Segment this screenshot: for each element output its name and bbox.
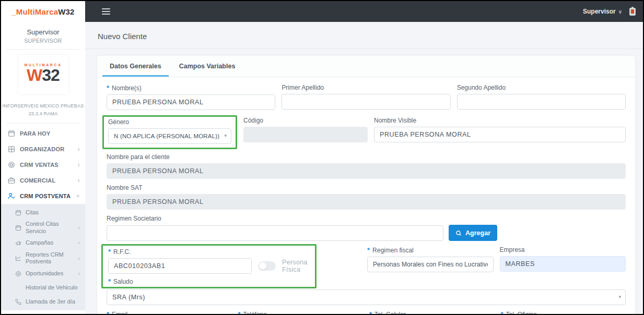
sidebar-item-label: Oportunidades [26, 270, 63, 277]
calendar-icon [15, 225, 21, 231]
nombres-input[interactable] [107, 94, 275, 110]
required-marker: * [107, 84, 109, 92]
sidebar-item-crm-ventas[interactable]: CRM VENTAS ‹ [1, 157, 85, 173]
empresa-label: Empresa [500, 246, 525, 253]
sidebar-item-campanas[interactable]: Campañas ‹ [1, 236, 85, 250]
divider [6, 123, 80, 124]
nombre-visible-input[interactable] [374, 127, 626, 142]
main-content: Nuevo Cliente Datos Generales Campos Var… [85, 22, 643, 314]
sidebar-item-label: Historial de Vehiculo [15, 284, 78, 292]
agregar-button[interactable]: Agregar [449, 225, 497, 241]
required-marker: * [108, 248, 111, 256]
required-marker: * [238, 310, 241, 314]
sidebar-item-label: Control Citas Servicio [26, 221, 67, 235]
nombre-sat-label: Nombre SAT [107, 184, 142, 191]
chevron-left-icon: ‹ [78, 239, 80, 247]
sidebar-item-label: Campañas [26, 239, 53, 247]
sidebar-item-llamada-3er-dia[interactable]: Llamada de 3er día [1, 295, 85, 309]
tel-celular-label: Tel. Celular [374, 311, 406, 314]
divider [6, 49, 80, 50]
top-bar: _MultiMarcaW32 Supervisor ∨ [1, 1, 643, 22]
grid-icon [8, 146, 15, 153]
tab-bar: Datos Generales Campos Variables [97, 56, 635, 77]
sidebar-menu: PARA HOY ORGANIZADOR ‹ CRM VENTAS ‹ COME… [1, 126, 85, 314]
sidebar-user-role: SUPERVISOR [3, 38, 83, 44]
genero-highlight-box: Género ▾ [102, 115, 237, 149]
tab-campos-variables[interactable]: Campos Variables [172, 56, 243, 77]
calendar-icon [15, 210, 21, 216]
required-marker: * [367, 246, 370, 254]
org-name: INFORSERVEIS MEXICO PRUEBAS [2, 102, 84, 110]
sidebar-item-postventa[interactable]: POSTVENTA ‹ [1, 310, 85, 314]
briefcase-icon [8, 177, 15, 184]
sidebar-item-label: COMERCIAL [20, 177, 55, 184]
sidebar-item-label: Citas [26, 209, 39, 216]
codigo-input [243, 127, 368, 142]
email-label: Email [112, 311, 127, 314]
required-marker: * [108, 277, 111, 285]
regimen-fiscal-input[interactable] [367, 257, 494, 272]
nombres-label: Nombre(s) [112, 84, 142, 92]
sidebar-item-crm-postventa[interactable]: CRM POSTVENTA » [1, 188, 85, 204]
sidebar-item-comercial[interactable]: COMERCIAL ‹ [1, 173, 85, 188]
required-marker: * [369, 310, 372, 314]
nombre-sat-input [107, 194, 626, 210]
top-nav-bar: Supervisor ∨ [85, 1, 643, 22]
required-marker: * [107, 310, 109, 314]
sidebar-item-label: CRM VENTAS [20, 162, 58, 168]
sidebar-item-label: PARA HOY [20, 130, 50, 137]
segundo-apellido-input[interactable] [457, 94, 626, 110]
chevron-double-down-icon: » [75, 195, 81, 198]
search-icon [455, 230, 462, 236]
app-window: _MultiMarcaW32 Supervisor ∨ Supervisor S… [0, 0, 644, 315]
sidebar-item-para-hoy[interactable]: PARA HOY [1, 126, 85, 141]
rfc-input[interactable] [108, 258, 252, 274]
org-version: 23.3.4 RAMA [2, 110, 84, 118]
persona-fisica-toggle[interactable] [258, 261, 276, 271]
genero-select[interactable] [108, 128, 231, 144]
sidebar-item-citas[interactable]: Citas [1, 205, 85, 220]
clipboard-icon[interactable] [629, 8, 636, 16]
primer-apellido-input[interactable] [282, 94, 450, 110]
user-dropdown-label: Supervisor [583, 8, 616, 15]
sidebar-item-organizador[interactable]: ORGANIZADOR ‹ [1, 141, 85, 157]
saludo-label: Saludo [113, 278, 133, 285]
sidebar-item-reportes-crm-postventa[interactable]: Reportes CRM Postventa ‹ [1, 250, 85, 267]
org-info: INFORSERVEIS MEXICO PRUEBAS 23.3.4 RAMA [1, 98, 85, 124]
agregar-button-label: Agregar [465, 229, 490, 237]
empresa-input[interactable] [500, 256, 626, 272]
required-marker: * [501, 310, 504, 314]
sidebar-item-historial-de-vehiculo[interactable]: Historial de Vehiculo [1, 281, 85, 295]
sidebar-item-control-citas-servicio[interactable]: Control Citas Servicio ‹ [1, 220, 85, 236]
user-check-icon [8, 192, 15, 200]
regimen-societario-label: Regimen Societario [107, 215, 161, 222]
regimen-societario-input[interactable] [107, 225, 443, 241]
sidebar-user-block: Supervisor SUPERVISOR [1, 22, 85, 49]
chevron-left-icon: ‹ [78, 255, 80, 262]
telefono-label: Teléfono [243, 311, 267, 314]
sidebar-item-label: Reportes CRM Postventa [26, 251, 67, 266]
tel-oficina-label: Tel. Oficina [506, 311, 537, 314]
user-dropdown[interactable]: Supervisor ∨ [583, 8, 622, 15]
sidebar-item-label: CRM POSTVENTA [20, 193, 71, 199]
nombre-cliente-label: Nombre para el cliente [107, 153, 170, 161]
saludo-select[interactable] [107, 289, 626, 305]
chevron-left-icon: ‹ [78, 177, 80, 184]
menu-icon[interactable] [102, 8, 110, 15]
company-logo-w: W [27, 66, 42, 84]
tab-datos-generales[interactable]: Datos Generales [102, 56, 169, 77]
sidebar-item-oportunidades[interactable]: Oportunidades ‹ [1, 266, 85, 281]
chart-icon [15, 255, 21, 261]
rfc-label: R.F.C. [113, 248, 131, 256]
nombre-cliente-input [107, 163, 626, 179]
genero-label: Género [108, 118, 129, 126]
target-icon [15, 271, 21, 277]
chevron-left-icon: ‹ [78, 161, 80, 168]
company-logo-32: 32 [42, 66, 60, 84]
megaphone-icon [15, 240, 21, 246]
datos-generales-form: *Nombre(s) Primer Apellido Segundo Apell… [97, 77, 635, 314]
calendar-icon [8, 130, 15, 137]
crm-postventa-submenu: Citas Control Citas Servicio ‹ Campañas … [1, 204, 85, 310]
sidebar-item-label: ORGANIZADOR [20, 146, 64, 152]
primer-apellido-label: Primer Apellido [282, 84, 324, 91]
